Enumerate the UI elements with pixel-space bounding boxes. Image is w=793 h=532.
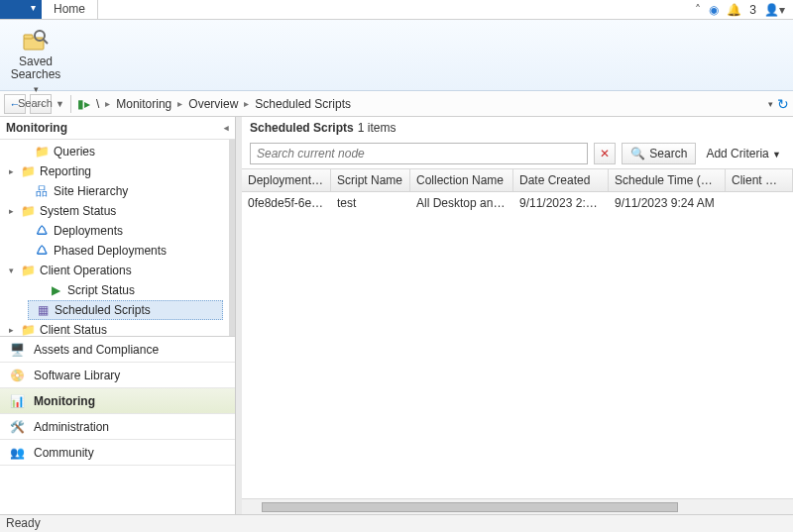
breadcrumb-root[interactable]: \ — [96, 97, 99, 111]
software-icon: 📀 — [8, 367, 26, 384]
folder-icon: 📁 — [34, 145, 50, 159]
clear-search-button[interactable]: ✕ — [594, 143, 616, 164]
breadcrumb[interactable]: ▮▸ \ ▸ Monitoring ▸ Overview ▸ Scheduled… — [77, 97, 764, 111]
breadcrumb-dropdown-icon[interactable]: ▾ — [768, 99, 773, 109]
status-bar: Ready — [0, 514, 793, 532]
hierarchy-icon: 品 — [34, 183, 50, 200]
deployments-icon: 🛆 — [34, 224, 50, 238]
expand-icon[interactable]: ▸ — [6, 166, 16, 176]
separator — [70, 95, 71, 113]
column-date-created[interactable]: Date Created — [513, 169, 609, 191]
tree-item-scheduled-scripts[interactable]: ▦Scheduled Scripts — [28, 300, 223, 320]
search-input[interactable] — [250, 143, 588, 164]
tree-item-site-hierarchy[interactable]: 品Site Hierarchy — [0, 181, 229, 201]
status-text: Ready — [6, 516, 41, 530]
column-collection-name[interactable]: Collection Name — [410, 169, 513, 191]
column-schedule-time[interactable]: Schedule Time (UTC) — [609, 169, 726, 191]
folder-icon: 📁 — [20, 323, 36, 336]
wunderbar: 🖥️Assets and Compliance 📀Software Librar… — [0, 336, 235, 514]
column-client-op-id[interactable]: Client Operation ID — [726, 169, 793, 191]
chevron-right-icon: ▸ — [177, 98, 182, 109]
column-deployment-id[interactable]: Deployment Id — [242, 169, 331, 191]
table-row[interactable]: 0fe8de5f-6ef5-… test All Desktop and… 9/… — [242, 192, 793, 214]
add-criteria-button[interactable]: Add Criteria ▼ — [702, 147, 785, 160]
saved-searches-button[interactable]: Saved Searches ▾ — [6, 24, 65, 95]
wunderbar-administration[interactable]: 🛠️Administration — [0, 414, 235, 440]
chevron-up-icon[interactable]: ˄ — [695, 3, 701, 17]
search-button[interactable]: 🔍Search — [622, 143, 696, 164]
breadcrumb-overview[interactable]: Overview — [188, 97, 238, 111]
main-count: 1 items — [358, 121, 396, 135]
tab-home[interactable]: Home — [42, 0, 98, 19]
wunderbar-monitoring[interactable]: 📊Monitoring — [0, 388, 235, 414]
horizontal-scrollbar[interactable] — [242, 498, 793, 514]
ribbon-group-label: Search — [18, 97, 53, 109]
column-script-name[interactable]: Script Name — [331, 169, 410, 191]
folder-icon: 📁 — [20, 204, 36, 218]
dropdown-caret-icon: ▾ — [34, 84, 39, 94]
tree-scrollbar[interactable] — [229, 140, 235, 336]
saved-searches-icon — [20, 24, 52, 55]
tree-item-client-status[interactable]: ▸📁Client Status — [0, 320, 229, 336]
chevron-down-icon: ▼ — [772, 150, 781, 160]
user-menu-icon[interactable]: 👤▾ — [764, 3, 785, 17]
wunderbar-software[interactable]: 📀Software Library — [0, 363, 235, 388]
cell-script-name: test — [331, 192, 410, 214]
tree-item-script-status[interactable]: ▶Script Status — [0, 280, 229, 300]
wunderbar-assets[interactable]: 🖥️Assets and Compliance — [0, 337, 235, 363]
tree-label: Deployments — [54, 224, 123, 238]
history-dropdown-icon[interactable]: ▼ — [56, 99, 64, 109]
svg-rect-1 — [24, 35, 33, 39]
grid-header: Deployment Id Script Name Collection Nam… — [242, 169, 793, 192]
scheduled-script-icon: ▦ — [35, 303, 51, 317]
wunderbar-community[interactable]: 👥Community — [0, 440, 235, 466]
results-grid: Deployment Id Script Name Collection Nam… — [242, 168, 793, 214]
tree-item-deployments[interactable]: 🛆Deployments — [0, 221, 229, 241]
wunderbar-label: Monitoring — [34, 394, 95, 408]
expand-icon[interactable]: ▸ — [6, 325, 16, 335]
tree-label: Scheduled Scripts — [55, 303, 151, 317]
monitoring-icon: 📊 — [8, 392, 26, 410]
admin-icon: 🛠️ — [8, 418, 26, 436]
scrollbar-thumb[interactable] — [262, 502, 678, 512]
cell-collection-name: All Desktop and… — [410, 192, 513, 214]
chevron-right-icon: ▸ — [244, 98, 249, 109]
tree-item-reporting[interactable]: ▸📁Reporting — [0, 161, 229, 181]
breadcrumb-monitoring[interactable]: Monitoring — [116, 97, 171, 111]
tree-label: Queries — [54, 145, 95, 159]
cell-deployment-id: 0fe8de5f-6ef5-… — [242, 192, 331, 214]
left-pane-header: Monitoring ◂ — [0, 117, 235, 140]
tree-item-queries[interactable]: 📁Queries — [0, 142, 229, 161]
svg-rect-0 — [24, 38, 44, 50]
script-icon: ▶ — [48, 283, 63, 297]
phased-icon: 🛆 — [34, 244, 50, 258]
collapse-icon[interactable]: ▾ — [6, 266, 16, 275]
saved-searches-label: Saved Searches — [6, 55, 65, 81]
notification-count: 3 — [749, 3, 756, 17]
collapse-icon[interactable]: ◂ — [224, 123, 229, 133]
tree-item-system-status[interactable]: ▸📁System Status — [0, 201, 229, 221]
bell-icon[interactable]: 🔔 — [727, 3, 741, 17]
folder-icon: 📁 — [20, 264, 36, 277]
help-icon[interactable]: ◉ — [709, 3, 719, 17]
left-pane: Monitoring ◂ 📁Queries ▸📁Reporting 品Site … — [0, 117, 236, 514]
close-icon: ✕ — [600, 147, 610, 160]
cell-client-op-id — [726, 192, 793, 214]
titlebar-right: ˄ ◉ 🔔3 👤▾ — [695, 0, 793, 19]
main-title: Scheduled Scripts — [250, 121, 354, 135]
breadcrumb-scheduled-scripts[interactable]: Scheduled Scripts — [255, 97, 351, 111]
left-pane-title: Monitoring — [6, 121, 67, 135]
folder-icon: 📁 — [20, 164, 36, 178]
home-icon[interactable]: ▮▸ — [77, 97, 90, 111]
refresh-icon[interactable]: ↻ — [777, 96, 789, 112]
cell-date-created: 9/11/2023 2:2… — [513, 192, 609, 214]
tree-item-client-operations[interactable]: ▾📁Client Operations — [0, 261, 229, 280]
assets-icon: 🖥️ — [8, 341, 26, 359]
expand-icon[interactable]: ▸ — [6, 206, 16, 216]
tree-item-phased-deployments[interactable]: 🛆Phased Deployments — [0, 241, 229, 261]
wunderbar-label: Software Library — [34, 369, 120, 382]
search-bar: ✕ 🔍Search Add Criteria ▼ — [242, 139, 793, 168]
workspace: Monitoring ◂ 📁Queries ▸📁Reporting 品Site … — [0, 117, 793, 514]
main-pane: Scheduled Scripts 1 items ✕ 🔍Search Add … — [242, 117, 793, 514]
app-menu-button[interactable] — [0, 0, 42, 19]
